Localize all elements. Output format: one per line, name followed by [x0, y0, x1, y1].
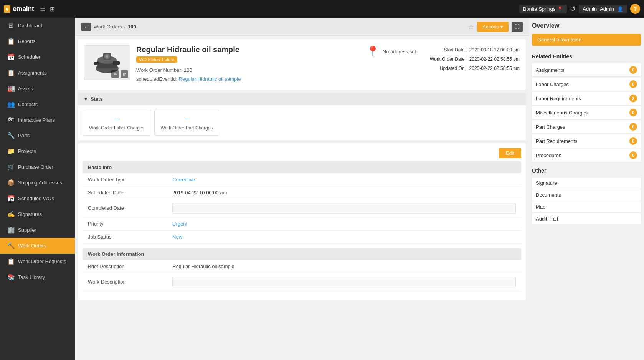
sidebar-item-dashboard[interactable]: ⊞ Dashboard: [0, 18, 75, 33]
sidebar-label-assets: Assets: [18, 86, 69, 91]
stats-section: ▼ Stats – Work Order Labor Charges – Wor…: [78, 93, 526, 140]
related-item-part-requirements[interactable]: Part Requirements 0: [532, 134, 641, 148]
sidebar-item-work-orders[interactable]: 🔨 Work Orders 👁: [0, 238, 75, 254]
related-label-misc-charges: Miscellaneous Charges: [536, 110, 588, 116]
related-item-assignments[interactable]: Assignments 0: [532, 63, 641, 77]
other-label-audit-trail: Audit Trail: [536, 216, 558, 222]
sidebar-item-supplier[interactable]: 🏢 Supplier: [0, 222, 75, 238]
breadcrumb: ← Work Orders / 100: [81, 23, 136, 31]
other-item-signature[interactable]: Signature: [532, 178, 641, 189]
other-label-signature: Signature: [536, 180, 557, 186]
stats-header[interactable]: ▼ Stats: [78, 93, 526, 105]
job-status-link[interactable]: New: [172, 234, 182, 240]
edit-button[interactable]: Edit: [499, 148, 521, 158]
related-item-misc-charges[interactable]: Miscellaneous Charges 0: [532, 106, 641, 119]
content-right-wrapper: ← Work Orders / 100 ☆ Actions ▾ ⛶: [75, 18, 644, 360]
brand[interactable]: e emaint: [4, 5, 34, 13]
overview-title: Overview: [532, 21, 641, 31]
sidebar-item-reports[interactable]: 📋 Reports: [0, 33, 75, 49]
other-item-documents[interactable]: Documents: [532, 189, 641, 201]
table-row: Priority Urgent: [83, 217, 521, 230]
scheduled-date-label: Scheduled Date: [83, 186, 167, 199]
sidebar-item-assignments[interactable]: 📋 Assignments: [0, 65, 75, 81]
supplier-icon: 🏢: [7, 226, 14, 234]
sidebar-item-scheduler[interactable]: 📅 Scheduler: [0, 49, 75, 65]
navbar: e emaint ☰ ⊞ Bonita Springs 📍 ↺ Admin Ad…: [0, 0, 644, 18]
breadcrumb-actions: ☆ Actions ▾ ⛶: [468, 22, 523, 32]
main-layout: ⊞ Dashboard 📋 Reports 📅 Scheduler 📋 Assi…: [0, 18, 644, 360]
related-item-procedures[interactable]: Procedures 0: [532, 149, 641, 162]
other-item-audit-trail[interactable]: Audit Trail: [532, 213, 641, 224]
wo-image-delete-button[interactable]: 🗑: [121, 70, 128, 78]
actions-button[interactable]: Actions ▾: [477, 22, 509, 32]
event-label: scheduledEventId:: [136, 76, 177, 82]
sidebar-item-assets[interactable]: 🏭 Assets: [0, 81, 75, 96]
job-status-value: New: [167, 230, 521, 243]
work-desc-label: Work Description: [83, 273, 167, 291]
other-label-map: Map: [536, 204, 545, 210]
favorite-button[interactable]: ☆: [468, 23, 474, 31]
table-row: Scheduled Date 2019-04-22 10:00:00 am: [83, 186, 521, 199]
location-text: No address set: [383, 49, 416, 55]
priority-label: Priority: [83, 217, 167, 230]
related-label-part-requirements: Part Requirements: [536, 138, 577, 144]
related-item-labor-requirements[interactable]: Labor Requirements 2: [532, 92, 641, 105]
scheduler-icon: 📅: [7, 53, 14, 61]
related-badge-procedures: 0: [629, 151, 637, 159]
user-role: Admin: [600, 6, 614, 12]
work-orders-eye-icon: 👁: [63, 243, 69, 249]
work-desc-value: [167, 273, 521, 291]
sidebar-item-projects[interactable]: 📁 Projects: [0, 143, 75, 159]
other-item-map[interactable]: Map: [532, 201, 641, 212]
sidebar-label-purchase-order: Purchase Order: [18, 164, 69, 170]
basic-info-header: Basic Info: [83, 161, 521, 173]
expand-button[interactable]: ⛶: [512, 22, 523, 32]
sidebar-label-work-order-requests: Work Order Requests: [18, 259, 69, 264]
svg-rect-7: [94, 62, 99, 65]
sidebar-item-shipping-addresses[interactable]: 📦 Shipping Addresses: [0, 175, 75, 191]
assets-icon: 🏭: [7, 85, 14, 92]
sidebar-item-task-library[interactable]: 📚 Task Library: [0, 269, 75, 285]
svg-rect-6: [113, 61, 120, 65]
breadcrumb-separator: /: [124, 24, 125, 30]
other-title: Other: [532, 166, 641, 175]
sidebar-item-contacts[interactable]: 👥 Contacts: [0, 96, 75, 112]
general-info-button[interactable]: General Information: [532, 34, 641, 46]
history-icon[interactable]: ↺: [570, 5, 576, 13]
related-item-labor-charges[interactable]: Labor Charges 0: [532, 78, 641, 91]
content-area: ← Work Orders / 100 ☆ Actions ▾ ⛶: [75, 18, 529, 360]
sidebar-item-signatures[interactable]: ✍ Signatures: [0, 206, 75, 222]
sidebar-label-scheduled-wos: Scheduled WOs: [18, 196, 69, 201]
sidebar-item-interactive-plans[interactable]: 🗺 Interactive Plans: [0, 112, 75, 128]
grid-icon[interactable]: ⊞: [50, 5, 55, 13]
breadcrumb-current: 100: [128, 24, 136, 30]
user-icon: 👤: [617, 6, 623, 12]
navbar-user[interactable]: Admin Admin 👤: [579, 5, 627, 13]
list-icon[interactable]: ☰: [40, 5, 45, 13]
stat-parts-value: –: [161, 115, 213, 123]
sidebar-item-scheduled-wos[interactable]: 📅 Scheduled WOs: [0, 191, 75, 206]
breadcrumb-back-button[interactable]: ←: [81, 23, 91, 31]
wo-type-label: Work Order Type: [83, 173, 167, 186]
related-item-part-charges[interactable]: Part Charges 0: [532, 120, 641, 134]
event-link[interactable]: Regular Hidraulic oil sample: [179, 76, 241, 82]
help-button[interactable]: ?: [630, 4, 640, 14]
task-library-icon: 📚: [7, 274, 14, 281]
wo-meta: Work Order Number: 100 scheduledEventId:…: [136, 66, 352, 84]
sidebar-label-interactive-plans: Interactive Plans: [18, 117, 69, 123]
sidebar-item-parts[interactable]: 🔧 Parts: [0, 128, 75, 143]
reports-icon: 📋: [7, 38, 14, 45]
stat-parts-label: Work Order Part Charges: [161, 125, 213, 131]
sidebar-label-scheduler: Scheduler: [18, 54, 69, 60]
scheduled-wos-icon: 📅: [7, 195, 14, 202]
basic-info-panel: Edit Basic Info Work Order Type Correcti…: [78, 143, 526, 300]
sidebar-item-work-order-requests[interactable]: 📋 Work Order Requests: [0, 254, 75, 269]
sidebar: ⊞ Dashboard 📋 Reports 📅 Scheduler 📋 Assi…: [0, 18, 75, 360]
wo-type-link[interactable]: Corrective: [172, 177, 195, 182]
navbar-location[interactable]: Bonita Springs 📍: [519, 5, 567, 13]
wo-image-actions: ✏ 🗑: [111, 70, 128, 78]
breadcrumb-parent-link[interactable]: Work Orders: [94, 24, 122, 30]
wo-image-edit-button[interactable]: ✏: [111, 70, 119, 78]
priority-link[interactable]: Urgent: [172, 221, 187, 227]
sidebar-item-purchase-order[interactable]: 🛒 Purchase Order: [0, 159, 75, 175]
